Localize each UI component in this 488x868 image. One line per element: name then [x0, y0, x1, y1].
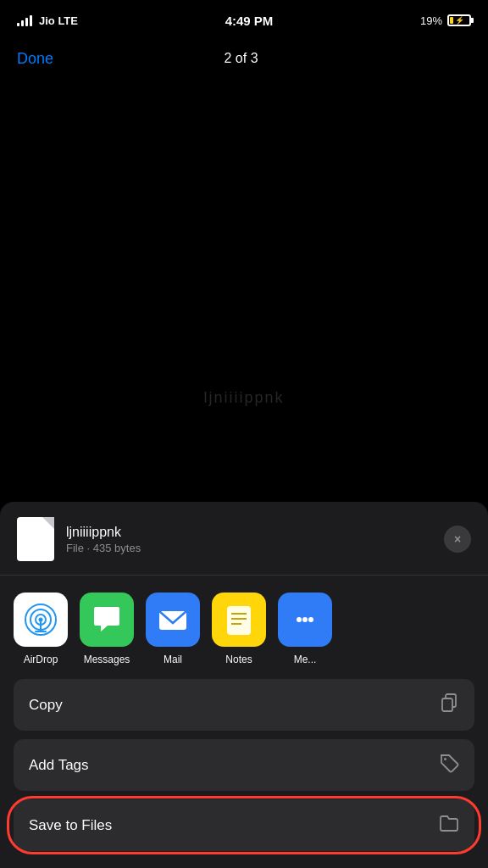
- airdrop-label: AirDrop: [24, 654, 58, 665]
- share-apps-row: AirDrop Messages Mail: [0, 576, 488, 679]
- svg-rect-7: [227, 606, 251, 635]
- notes-icon: [212, 593, 266, 647]
- nav-title: 2 of 3: [225, 51, 258, 66]
- add-tags-label: Add Tags: [29, 757, 89, 774]
- copy-label: Copy: [29, 697, 63, 714]
- share-app-messages[interactable]: Messages: [80, 593, 134, 665]
- copy-icon: [439, 693, 459, 717]
- airdrop-icon: [14, 593, 68, 647]
- carrier-label: Jio LTE: [39, 14, 78, 27]
- battery-icon: ⚡: [447, 14, 471, 26]
- close-button[interactable]: ×: [444, 526, 471, 553]
- main-content: ljniiiippnk: [0, 80, 488, 415]
- file-text-info: ljniiiippnk File · 435 bytes: [66, 525, 141, 554]
- share-app-notes[interactable]: Notes: [212, 593, 266, 665]
- lightning-icon: ⚡: [455, 16, 464, 25]
- status-left: Jio LTE: [17, 14, 78, 27]
- file-info: ljniiiippnk File · 435 bytes: [17, 517, 141, 561]
- file-meta-label: File · 435 bytes: [66, 542, 141, 554]
- svg-point-11: [297, 617, 302, 622]
- svg-point-12: [302, 617, 308, 622]
- svg-point-13: [308, 617, 313, 622]
- share-app-airdrop[interactable]: AirDrop: [14, 593, 68, 665]
- action-list: Copy Add Tags Save to Files: [0, 679, 488, 851]
- status-bar: Jio LTE 4:49 PM 19% ⚡: [0, 0, 488, 37]
- save-to-files-label: Save to Files: [29, 817, 112, 834]
- status-right: 19% ⚡: [420, 14, 471, 27]
- mail-icon: [146, 593, 200, 647]
- messages-label: Messages: [84, 654, 130, 665]
- folder-icon: [439, 813, 459, 837]
- nav-bar: Done 2 of 3: [0, 37, 488, 80]
- share-sheet: ljniiiippnk File · 435 bytes × AirDrop: [0, 502, 488, 868]
- more-icon: [278, 593, 332, 647]
- file-header: ljniiiippnk File · 435 bytes ×: [0, 502, 488, 576]
- done-button[interactable]: Done: [17, 50, 53, 68]
- battery-percent-label: 19%: [420, 14, 442, 27]
- notes-label: Notes: [225, 654, 252, 665]
- share-app-mail[interactable]: Mail: [146, 593, 200, 665]
- save-to-files-action[interactable]: Save to Files: [14, 799, 474, 851]
- more-label: Me...: [294, 654, 317, 665]
- file-watermark: ljniiiippnk: [203, 389, 284, 407]
- copy-action[interactable]: Copy: [14, 679, 474, 731]
- svg-rect-15: [442, 698, 452, 711]
- file-icon: [17, 517, 54, 561]
- status-time: 4:49 PM: [225, 14, 274, 28]
- svg-point-16: [444, 758, 446, 760]
- file-name-label: ljniiiippnk: [66, 525, 141, 540]
- messages-icon: [80, 593, 134, 647]
- add-tags-action[interactable]: Add Tags: [14, 739, 474, 791]
- tag-icon: [439, 753, 459, 777]
- mail-label: Mail: [164, 654, 182, 665]
- signal-icon: [17, 14, 32, 26]
- battery-fill: [450, 17, 453, 24]
- share-app-more[interactable]: Me...: [278, 593, 332, 665]
